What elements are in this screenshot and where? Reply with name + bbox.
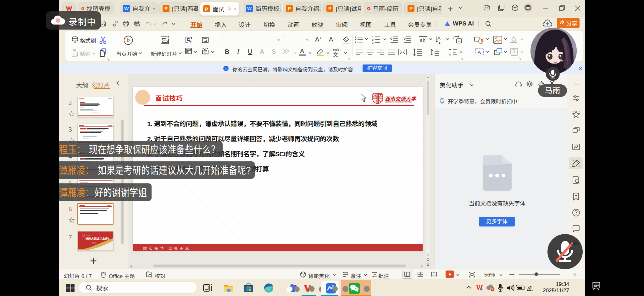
svg-text:ab: ab [420,38,425,43]
svg-text:一起加油！: 一起加油！ [90,242,98,244]
svg-text:祝愿大家成功上岸！: 祝愿大家成功上岸！ [85,237,111,241]
svg-text:Austt: Austt [86,235,90,237]
svg-text:A: A [478,49,481,55]
svg-text:A: A [437,36,441,41]
svg-text:3: 3 [372,41,374,44]
svg-text:P: P [368,7,370,9]
